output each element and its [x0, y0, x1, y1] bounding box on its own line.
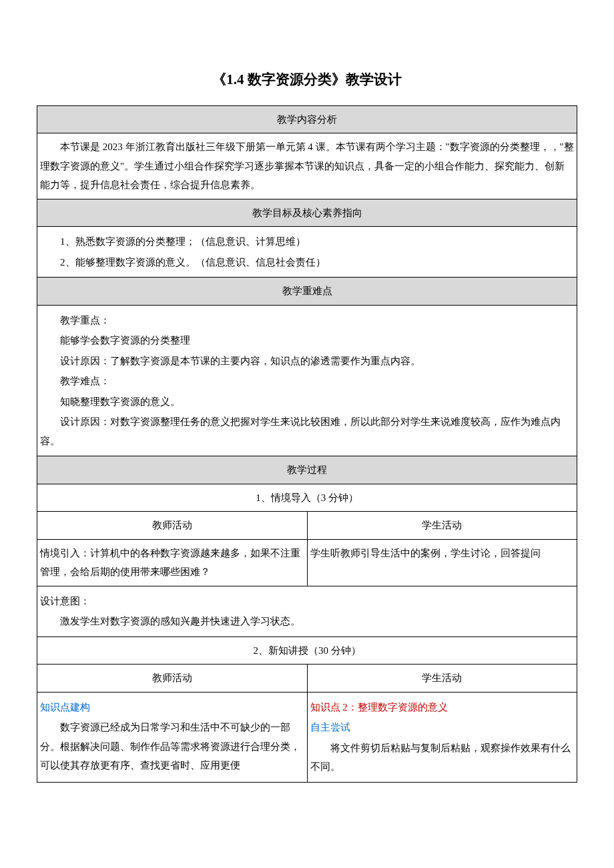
step1-design-cell: 设计意图： 激发学生对数字资源的感知兴趣并快速进入学习状态。	[37, 586, 577, 636]
focus-label: 教学重点：	[40, 311, 574, 330]
step1-student-text: 学生听教师引导生活中的案例，学生讨论，回答提问	[310, 544, 575, 563]
step1-design-label: 设计意图：	[40, 592, 574, 611]
page-title: 《1.4 数字资源分类》教学设计	[37, 67, 577, 93]
step1-title: 1、情境导入（3 分钟）	[37, 484, 577, 512]
section-process-header: 教学过程	[37, 456, 577, 484]
self-try-text: 将文件剪切后粘贴与复制后粘贴，观察操作效果有什么不同。	[310, 739, 575, 777]
knowledge-point-2-label: 知识点 2：整理数字资源的意义	[310, 698, 575, 717]
analysis-text: 本节课是 2023 年浙江教育出版社三年级下册第一单元第 4 课。本节课有两个学…	[40, 137, 574, 195]
step2-teacher-header: 教师活动	[37, 665, 308, 693]
step1-student-header: 学生活动	[307, 512, 577, 540]
step1-design-text: 激发学生对数字资源的感知兴趣并快速进入学习状态。	[40, 612, 574, 631]
goal-item-2: 2、能够整理数字资源的意义。（信息意识、信息社会责任）	[40, 253, 574, 272]
focus-text: 能够学会数字资源的分类整理	[40, 331, 574, 350]
difficulty-reason: 设计原因：对数字资源整理任务的意义把握对学生来说比较困难，所以此部分对学生来说难…	[40, 412, 574, 450]
section-keypoints-header: 教学重难点	[37, 278, 577, 306]
step1-teacher-header: 教师活动	[37, 512, 308, 540]
step2-title: 2、新知讲授（30 分钟）	[37, 636, 577, 665]
step1-teacher-text: 情境引入：计算机中的各种数字资源越来越多，如果不注重管理，会给后期的使用带来哪些…	[40, 544, 304, 582]
section-goals-body: 1、熟悉数字资源的分类整理；（信息意识、计算思维） 2、能够整理数字资源的意义。…	[37, 227, 577, 278]
section-analysis-header: 教学内容分析	[37, 105, 577, 133]
difficulty-label: 教学难点：	[40, 372, 574, 391]
knowledge-construct-label: 知识点建构	[40, 698, 304, 717]
difficulty-text: 知晓整理数字资源的意义。	[40, 392, 574, 412]
section-analysis-body: 本节课是 2023 年浙江教育出版社三年级下册第一单元第 4 课。本节课有两个学…	[37, 133, 577, 199]
step1-teacher-cell: 情境引入：计算机中的各种数字资源越来越多，如果不注重管理，会给后期的使用带来哪些…	[37, 539, 308, 586]
step1-student-cell: 学生听教师引导生活中的案例，学生讨论，回答提问	[307, 539, 577, 586]
step2-teacher-cell: 知识点建构 数字资源已经成为日常学习和生活中不可缺少的一部分。根据解决问题、制作…	[37, 692, 308, 782]
knowledge-construct-text: 数字资源已经成为日常学习和生活中不可缺少的一部分。根据解决问题、制作作品等需求将…	[40, 718, 304, 775]
lesson-plan-table: 教学内容分析 本节课是 2023 年浙江教育出版社三年级下册第一单元第 4 课。…	[37, 105, 577, 783]
step2-student-cell: 知识点 2：整理数字资源的意义 自主尝试 将文件剪切后粘贴与复制后粘贴，观察操作…	[307, 692, 577, 782]
section-goals-header: 教学目标及核心素养指向	[37, 199, 577, 227]
focus-reason: 设计原因：了解数字资源是本节课的主要内容，知识点的渗透需要作为重点内容。	[40, 352, 574, 371]
step2-student-header: 学生活动	[307, 665, 577, 693]
self-try-label: 自主尝试	[310, 718, 575, 737]
section-keypoints-body: 教学重点： 能够学会数字资源的分类整理 设计原因：了解数字资源是本节课的主要内容…	[37, 305, 577, 456]
goal-item-1: 1、熟悉数字资源的分类整理；（信息意识、计算思维）	[40, 232, 574, 252]
